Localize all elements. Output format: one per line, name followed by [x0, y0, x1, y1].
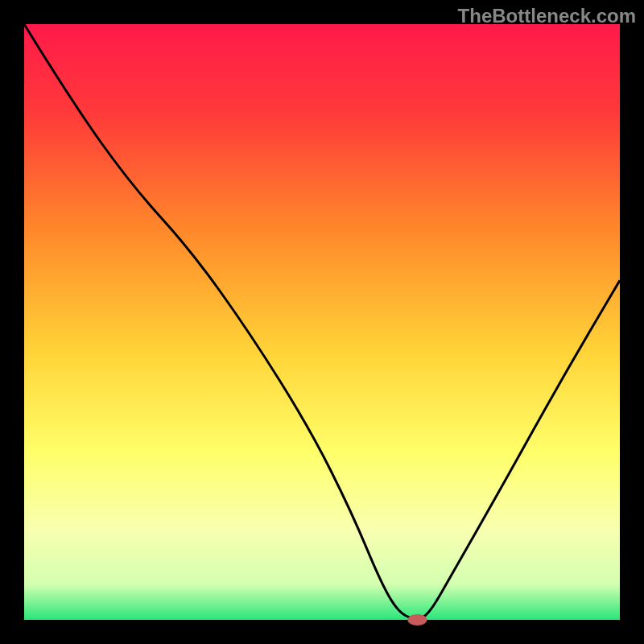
bottleneck-chart: [0, 0, 644, 644]
watermark-text: TheBottleneck.com: [458, 5, 636, 27]
chart-container: TheBottleneck.com: [0, 0, 644, 644]
optimal-marker: [407, 614, 427, 625]
gradient-background: [24, 24, 620, 620]
